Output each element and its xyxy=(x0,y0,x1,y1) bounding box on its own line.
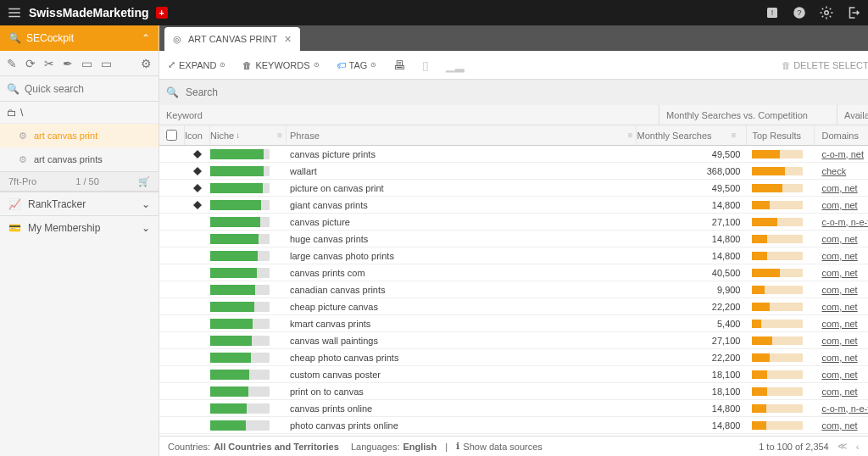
domain-cell[interactable]: check xyxy=(815,166,868,176)
domain-cell[interactable]: c-o-m, n-e-t xyxy=(815,217,868,227)
table-row[interactable]: print on to canvas18,100com, net$5.46 xyxy=(159,383,868,400)
domain-cell[interactable]: c-o-m, net xyxy=(815,149,868,159)
table-row[interactable]: canvas prints online14,800c-o-m, n-e-t$7… xyxy=(159,400,868,417)
close-icon[interactable]: ✕ xyxy=(284,34,292,45)
page-first-icon[interactable]: ≪ xyxy=(837,441,848,452)
sidebar-pro-row: 7ft-Pro 1 / 50 🛒 xyxy=(0,171,159,192)
domain-cell[interactable]: com, net xyxy=(815,386,868,397)
sidebar-membership[interactable]: 💳My Membership ⌄ xyxy=(0,215,159,239)
folder-root[interactable]: 🗀 \ xyxy=(0,102,159,124)
phrase-cell: canvas wall paintings xyxy=(287,336,637,346)
domain-cell[interactable]: com, net xyxy=(815,336,868,346)
table-row[interactable]: cheap photo canvas prints22,200com, net$… xyxy=(159,349,868,366)
brand-label: SwissMadeMarketing xyxy=(29,6,149,19)
table-row[interactable]: photo canvas prints online14,800com, net… xyxy=(159,417,868,434)
table-row[interactable]: large canvas photo prints14,800com, net$… xyxy=(159,247,868,264)
table-row[interactable]: canvas picture27,100c-o-m, n-e-t$4.76 xyxy=(159,214,868,231)
table-row[interactable]: wallart368,000check$1.01 xyxy=(159,163,868,180)
tag-button[interactable]: 🏷 TAG ⊙ xyxy=(337,60,377,70)
logout-icon[interactable] xyxy=(846,5,861,20)
sidebar-item-0[interactable]: ⚙art canvas print xyxy=(0,124,159,147)
select-all-checkbox[interactable] xyxy=(166,130,177,141)
domain-cell[interactable]: com, net xyxy=(815,200,868,210)
card-icon: 💳 xyxy=(8,222,21,234)
table-row[interactable]: canvas prints com40,500com, net$4.87 xyxy=(159,264,868,281)
delete-selection-button[interactable]: 🗑 DELETE SELECTION xyxy=(782,60,868,70)
table-row[interactable]: canvas picture prints49,500c-o-m, net$6.… xyxy=(159,146,868,163)
tool-icon-6[interactable]: ▭ xyxy=(101,57,112,70)
sort-down-icon[interactable]: ↓ xyxy=(236,131,240,140)
domain-cell[interactable]: com, net xyxy=(815,183,868,193)
table-row[interactable]: canvas wall paintings27,100com, net$1.84 xyxy=(159,332,868,349)
tool-icon-1[interactable]: ✎ xyxy=(7,57,17,70)
hdr-niche[interactable]: Niche xyxy=(210,131,234,141)
domain-cell[interactable]: com, net xyxy=(815,319,868,329)
print-icon[interactable]: 🖶 xyxy=(393,58,405,72)
gear-icon: ⚙ xyxy=(19,131,27,142)
tool-icon-3[interactable]: ✂ xyxy=(44,57,54,70)
domain-cell[interactable]: com, net xyxy=(815,353,868,363)
table-row[interactable]: custom canvas poster18,100com, net$7.62 xyxy=(159,366,868,383)
main-search-input[interactable] xyxy=(186,86,865,98)
hdr-ms[interactable]: Monthly Searches xyxy=(637,131,711,141)
ms-cell: 14,800 xyxy=(637,403,747,414)
quick-search-input[interactable] xyxy=(25,83,152,95)
table-row[interactable]: kmart canvas prints5,400com, net$0.60 xyxy=(159,315,868,332)
sidebar-title: SECockpit xyxy=(26,32,74,44)
table-row[interactable]: picture on canvas print49,500com, net$6.… xyxy=(159,180,868,197)
sidebar-header[interactable]: 🔍SECockpit ⌃ xyxy=(0,25,159,51)
footer-show-src[interactable]: Show data sources xyxy=(463,442,542,452)
chart-icon: 📈 xyxy=(8,198,21,210)
expand-button[interactable]: ⤢ EXPAND ⊙ xyxy=(168,59,225,70)
table-row[interactable]: giant canvas prints14,800com, net$5.45 xyxy=(159,197,868,214)
tool-icon-5[interactable]: ▭ xyxy=(81,57,92,70)
footer-lang[interactable]: English xyxy=(403,442,437,452)
stats-icon[interactable]: ▁▂ xyxy=(446,58,465,72)
svg-text:?: ? xyxy=(797,8,801,17)
domain-cell[interactable]: com, net xyxy=(815,285,868,295)
hdr-available[interactable]: Available xyxy=(837,110,868,120)
folder-icon: 🗀 xyxy=(7,107,17,119)
tab-active[interactable]: ◎ ART CANVAS PRINT ✕ xyxy=(164,27,300,51)
settings-icon[interactable] xyxy=(819,5,834,20)
tool-icon-4[interactable]: ✒ xyxy=(63,57,73,70)
table-row[interactable]: huge canvas prints14,800com, net$5.45 xyxy=(159,231,868,247)
hdr-msvc[interactable]: Monthly Searches vs. Competition xyxy=(659,110,808,120)
domain-cell[interactable]: com, net xyxy=(815,302,868,312)
domain-cell[interactable]: com, net xyxy=(815,370,868,380)
chevron-up-icon[interactable]: ⌃ xyxy=(142,32,150,44)
hdr-icon[interactable]: Icon xyxy=(185,131,203,141)
tool-icon-2[interactable]: ⟳ xyxy=(25,57,36,70)
domain-cell[interactable]: com, net xyxy=(815,420,868,431)
notification-icon[interactable]: ! xyxy=(765,5,780,20)
sidebar-item-1[interactable]: ⚙art canvas prints xyxy=(0,147,159,171)
hdr-keyword[interactable]: Keyword xyxy=(166,110,203,120)
hamburger-icon[interactable] xyxy=(7,5,22,20)
diamond-icon xyxy=(185,149,210,159)
ms-cell: 18,100 xyxy=(637,370,747,380)
ms-cell: 14,800 xyxy=(637,251,747,261)
sidebar-item-label: art canvas prints xyxy=(34,154,103,164)
domain-cell[interactable]: com, net xyxy=(815,251,868,261)
page-prev-icon[interactable]: ‹ xyxy=(856,442,860,452)
diamond-icon xyxy=(185,166,210,176)
table-row[interactable]: canadian canvas prints9,900com, net$4.02 xyxy=(159,281,868,298)
phone-icon[interactable]: ▯ xyxy=(422,58,429,72)
help-icon[interactable]: ? xyxy=(792,5,807,20)
hdr-dom[interactable]: Domains xyxy=(821,131,858,141)
hdr-phrase[interactable]: Phrase xyxy=(290,131,320,141)
domain-cell[interactable]: com, net xyxy=(815,268,868,278)
domain-cell[interactable]: com, net xyxy=(815,234,868,244)
ms-cell: 40,500 xyxy=(637,268,747,278)
domain-cell[interactable]: c-o-m, n-e-t xyxy=(815,403,868,414)
cart-icon[interactable]: 🛒 xyxy=(138,176,150,187)
membership-label: My Membership xyxy=(28,222,100,234)
phrase-cell: cheap picture canvas xyxy=(287,302,637,312)
table-row[interactable]: cheap picture canvas22,200com, net$6.93 xyxy=(159,298,868,315)
tool-gear-icon[interactable]: ⚙ xyxy=(141,57,152,70)
diamond-icon xyxy=(185,183,210,193)
hdr-tr[interactable]: Top Results xyxy=(752,131,800,141)
keywords-button[interactable]: 🗑 KEYWORDS ⊙ xyxy=(242,60,319,70)
sidebar-ranktracker[interactable]: 📈RankTracker ⌄ xyxy=(0,192,159,215)
footer-countries[interactable]: All Countries and Territories xyxy=(214,442,339,452)
